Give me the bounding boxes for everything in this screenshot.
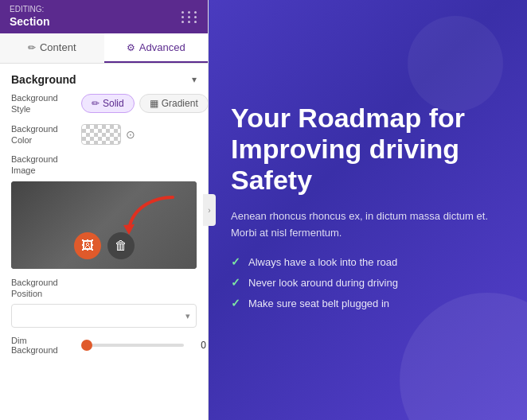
checklist-item: ✓ Never look around during driving xyxy=(231,276,505,289)
check-icon-2: ✓ xyxy=(231,276,240,289)
checklist-item-3-text: Make sure seat belt plugged in xyxy=(248,298,389,309)
tab-advanced[interactable]: ⚙ Advanced xyxy=(104,33,209,63)
checklist-item-1-text: Always have a look into the road xyxy=(248,256,397,268)
background-color-label: Background Color xyxy=(11,123,75,146)
checklist: ✓ Always have a look into the road ✓ Nev… xyxy=(231,255,505,317)
chevron-icon: › xyxy=(208,206,210,215)
background-position-field: Background Position ▾ xyxy=(11,277,197,329)
delete-image-icon: 🗑 xyxy=(115,239,127,253)
pencil-icon: ✏ xyxy=(28,42,36,53)
image-upload-area[interactable]: 🖼 🗑 xyxy=(11,181,197,269)
editing-title: Section xyxy=(10,15,50,28)
background-color-row: Background Color ⊙ xyxy=(11,123,197,146)
sidebar-toggle[interactable]: › xyxy=(203,194,216,226)
background-position-label: Background Position xyxy=(11,277,75,300)
pencil-solid-icon: ✏ xyxy=(92,98,100,109)
check-icon-1: ✓ xyxy=(231,255,240,268)
solid-button[interactable]: ✏ Solid xyxy=(81,94,135,113)
background-image-label: Background Image xyxy=(11,154,75,177)
background-position-select[interactable] xyxy=(11,304,197,328)
dim-background-label: Dim Background xyxy=(11,336,75,355)
tab-content[interactable]: ✏ Content xyxy=(0,33,104,63)
editing-label: EDITING: xyxy=(10,5,50,14)
dim-background-value: 0 xyxy=(190,340,206,351)
settings-icon: ⚙ xyxy=(127,42,135,53)
image-controls: 🖼 🗑 xyxy=(74,232,135,259)
right-panel: Your Roadmap for Improving driving Safet… xyxy=(209,0,527,420)
style-controls: ✏ Solid ▦ Gradient xyxy=(81,94,208,113)
gradient-button[interactable]: ▦ Gradient xyxy=(139,94,208,113)
delete-image-button[interactable]: 🗑 xyxy=(107,232,135,259)
editing-header: EDITING: Section xyxy=(0,0,208,33)
gradient-icon: ▦ xyxy=(150,98,158,109)
background-style-label: Background Style xyxy=(11,92,75,115)
checklist-item: ✓ Make sure seat belt plugged in xyxy=(231,297,505,309)
panel-body: Background ▾ Background Style ✏ Solid ▦ … xyxy=(0,64,208,420)
checklist-item-2-text: Never look around during driving xyxy=(248,277,398,289)
hero-subtitle: Aenean rhoncus rhoncus ex, in dictum mas… xyxy=(231,208,502,242)
edit-image-button[interactable]: 🖼 xyxy=(74,232,101,259)
background-section-title: Background xyxy=(11,73,76,86)
edit-image-icon: 🖼 xyxy=(81,239,94,253)
eyedropper-icon[interactable]: ⊙ xyxy=(126,128,135,141)
dim-background-slider[interactable] xyxy=(81,344,184,347)
tabs-row: ✏ Content ⚙ Advanced xyxy=(0,33,208,64)
chevron-down-icon: ▾ xyxy=(192,74,197,85)
background-image-field: Background Image 🖼 xyxy=(11,154,197,269)
background-section-content: Background Style ✏ Solid ▦ Gradient Back… xyxy=(0,92,208,363)
background-section-header[interactable]: Background ▾ xyxy=(0,64,208,92)
color-swatch[interactable] xyxy=(81,124,121,145)
position-select-wrapper: ▾ xyxy=(11,304,197,328)
check-icon-3: ✓ xyxy=(231,297,240,309)
tab-advanced-label: Advanced xyxy=(139,41,185,53)
dim-background-row: Dim Background 0 xyxy=(11,336,197,355)
background-style-row: Background Style ✏ Solid ▦ Gradient xyxy=(11,92,197,115)
checklist-item: ✓ Always have a look into the road xyxy=(231,255,505,268)
left-panel: EDITING: Section ✏ Content ⚙ Advanced Ba… xyxy=(0,0,209,420)
hero-title: Your Roadmap for Improving driving Safet… xyxy=(231,103,505,196)
tab-content-label: Content xyxy=(40,41,76,53)
grid-dots-icon[interactable] xyxy=(182,11,198,23)
dim-controls: 0 xyxy=(81,340,206,351)
color-controls: ⊙ xyxy=(81,124,197,145)
